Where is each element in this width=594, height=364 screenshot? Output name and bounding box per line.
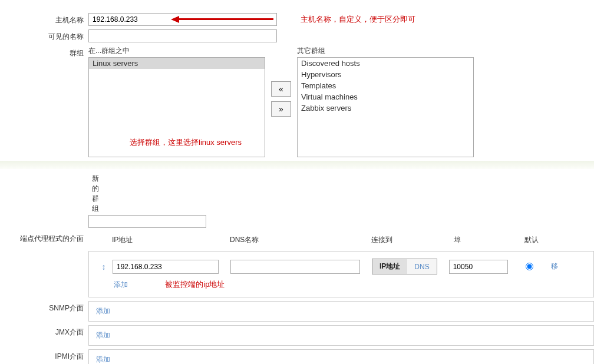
agent-dns-input[interactable] [230, 260, 360, 274]
list-item[interactable]: Zabbix servers [298, 102, 473, 114]
hostname-arrow [171, 14, 273, 23]
add-snmp-interface-link[interactable]: 添加 [96, 307, 110, 315]
ipmi-interfaces-label: IPMI介面 [0, 349, 88, 362]
move-right-button[interactable]: » [271, 101, 291, 117]
list-item[interactable]: Templates [298, 80, 473, 91]
visible-name-input[interactable] [88, 29, 277, 42]
list-item[interactable]: Hypervisors [298, 69, 473, 80]
connect-dns-button[interactable]: DNS [407, 259, 436, 274]
visible-name-label: 可见的名称 [0, 29, 88, 42]
new-group-label: 新的群组 [0, 171, 97, 214]
add-ipmi-interface-link[interactable]: 添加 [96, 355, 110, 363]
ip-col-header: IP地址 [112, 235, 230, 245]
other-groups-listbox[interactable]: Discovered hosts Hypervisors Templates V… [297, 57, 474, 157]
divider-band [0, 161, 594, 169]
connect-ip-button[interactable]: IP地址 [372, 259, 407, 274]
add-jmx-interface-link[interactable]: 添加 [96, 331, 110, 339]
remove-interface-link[interactable]: 移 [551, 262, 558, 272]
list-item[interactable]: Discovered hosts [298, 58, 473, 69]
port-col-header: 埠 [454, 235, 524, 245]
groups-label: 群组 [0, 46, 88, 58]
list-item[interactable]: Linux servers [89, 58, 265, 69]
connect-col-header: 连接到 [371, 235, 454, 245]
default-interface-radio[interactable] [526, 263, 533, 270]
snmp-interfaces-label: SNMP介面 [0, 301, 88, 313]
agent-interfaces-label: 端点代理程式的介面 [0, 231, 88, 244]
agent-ip-input[interactable] [113, 260, 219, 274]
default-col-header: 默认 [524, 235, 548, 245]
list-item[interactable]: Virtual machines [298, 91, 473, 102]
ip-annotation: 被监控端的ip地址 [165, 280, 225, 289]
dns-col-header: DNS名称 [230, 235, 371, 245]
in-groups-label: 在...群组之中 [88, 46, 265, 56]
drag-handle-icon[interactable]: ↕ [95, 262, 113, 272]
hostname-annotation: 主机名称，自定义，便于区分即可 [301, 14, 415, 25]
groups-annotation: 选择群组，这里选择linux servers [130, 137, 242, 148]
connect-to-toggle[interactable]: IP地址 DNS [372, 259, 437, 274]
agent-port-input[interactable] [449, 260, 508, 274]
add-agent-interface-link[interactable]: 添加 [114, 280, 128, 289]
other-groups-label: 其它群组 [297, 46, 474, 56]
new-group-input[interactable] [88, 215, 206, 228]
move-left-button[interactable]: « [271, 81, 291, 97]
jmx-interfaces-label: JMX介面 [0, 325, 88, 337]
hostname-label: 主机名称 [0, 13, 88, 25]
